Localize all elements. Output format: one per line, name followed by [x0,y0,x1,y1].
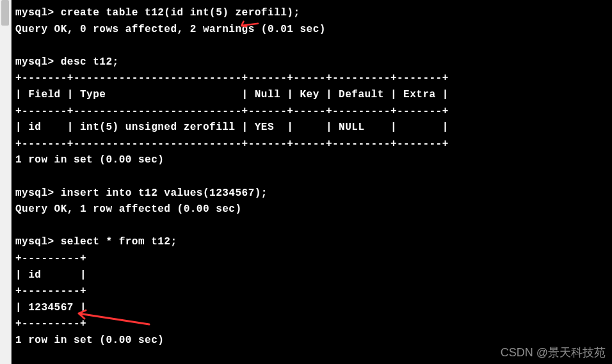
prompt: mysql> [15,56,54,68]
table-border: +---------+ [15,285,86,297]
output-line: Query OK, 1 row affected (0.00 sec) [15,203,242,215]
sql-command-insert: insert into t12 values(1234567); [61,187,268,199]
prompt: mysql> [15,236,54,248]
output-line: 1 row in set (0.00 sec) [15,154,164,166]
scrollbar-track[interactable] [0,0,12,364]
sql-command-select: select * from t12; [61,236,177,248]
table-border: +-------+--------------------------+----… [15,106,449,117]
prompt: mysql> [15,187,54,199]
scrollbar-thumb[interactable] [1,0,9,26]
table-border: +-------+--------------------------+----… [15,138,449,150]
terminal-output[interactable]: mysql> create table t12(id int(5) zerofi… [12,0,612,364]
output-line: 1 row in set (0.00 sec) [15,335,164,346]
sql-command-create: create table t12(id int(5) zerofill); [61,7,300,19]
table-border: +-------+--------------------------+----… [15,72,449,84]
table-row: | 1234567 | [15,302,86,313]
table-row: | id | int(5) unsigned zerofill | YES | … [15,122,449,133]
watermark-text: CSDN @景天科技苑 [501,345,606,360]
table-border: +---------+ [15,253,86,264]
table-header: | id | [15,269,86,281]
table-border: +---------+ [15,318,86,329]
output-line: Query OK, 0 rows affected, 2 warnings (0… [15,24,326,35]
sql-command-desc: desc t12; [61,56,119,68]
prompt: mysql> [15,7,54,19]
table-header: | Field | Type | Null | Key | Default | … [15,89,449,100]
